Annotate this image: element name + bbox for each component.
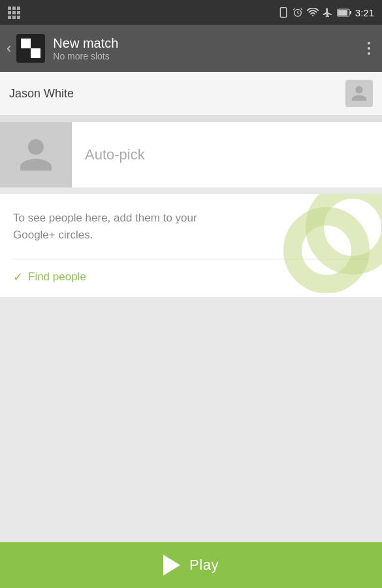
app-bar-subtitle: No more slots [53,51,362,62]
battery-icon [337,8,351,17]
player-name: Jason White [9,87,345,101]
play-label: Play [189,557,219,574]
phone-icon [278,7,289,18]
auto-pick-avatar-icon [16,135,56,174]
find-people-text: To see people here, add them to your Goo… [13,210,227,243]
play-icon [163,555,180,576]
app-bar-titles: New match No more slots [53,35,362,62]
app-icon [16,34,45,63]
status-time: 3:21 [355,7,374,18]
svg-rect-5 [338,10,347,15]
play-bar[interactable]: Play [0,542,382,588]
svg-rect-4 [349,10,351,14]
player-avatar [345,80,373,107]
find-people-card: To see people here, add them to your Goo… [0,194,382,297]
player-row: Jason White [0,72,382,116]
app-bar-title: New match [53,35,362,51]
grid-icon [8,7,20,19]
section-divider [0,116,382,122]
avatar-icon [350,84,368,103]
find-people-link-label: Find people [28,270,86,284]
wifi-icon [307,8,319,17]
back-button[interactable]: ‹ [7,40,11,57]
svg-point-2 [312,15,313,16]
airplane-icon [323,7,333,18]
status-bar-right: 3:21 [278,7,374,18]
status-bar: 3:21 [0,0,382,25]
svg-rect-0 [280,8,286,18]
auto-pick-row[interactable]: Auto-pick [0,122,382,188]
circles-decoration [278,194,382,293]
chess-icon [21,39,40,58]
status-bar-left [8,7,20,19]
alarm-icon [293,7,303,18]
overflow-menu-button[interactable] [362,37,375,60]
app-bar: ‹ New match No more slots [0,25,382,72]
auto-pick-avatar [0,122,72,188]
auto-pick-label: Auto-pick [72,122,382,188]
checkmark-icon: ✓ [13,270,23,284]
